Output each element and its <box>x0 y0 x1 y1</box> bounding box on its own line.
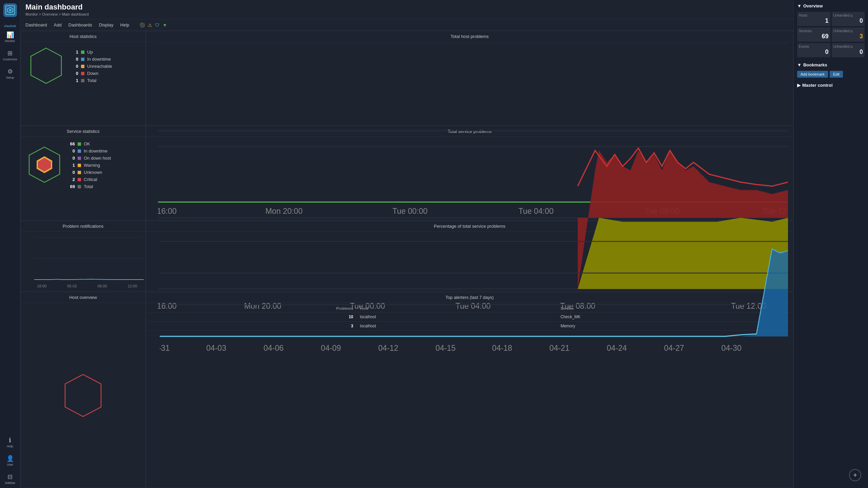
services-unhandled-value: 3 <box>833 33 863 40</box>
nav-icon-shield[interactable]: 🛡 <box>155 22 160 28</box>
host-stat-down[interactable]: 0 Down <box>72 70 112 77</box>
svg-text:04-30: 04-30 <box>722 343 742 352</box>
sidebar-item-monitor[interactable]: 📊 Monitor <box>0 28 20 46</box>
host-total-label: Total <box>87 78 96 83</box>
nav-icon-warning[interactable]: ⚠ <box>148 22 152 28</box>
svg-text:04-18: 04-18 <box>492 343 512 352</box>
bookmarks-collapse-icon: ▼ <box>797 62 802 67</box>
host-total-num: 1 <box>72 78 78 83</box>
nav-add[interactable]: Add <box>54 21 62 28</box>
nav-dashboard[interactable]: Dashboard <box>25 21 47 28</box>
breadcrumb-main-dashboard[interactable]: Main dashboard <box>62 12 89 16</box>
service-stat-ok[interactable]: 66 OK <box>68 140 111 147</box>
host-up-num: 1 <box>72 49 78 55</box>
svg-marker-61 <box>65 374 101 416</box>
topbar: Main dashboard Monitor > Overview > Main… <box>20 0 793 19</box>
service-statistics-content: 66 OK 0 In downtime 0 On down host <box>21 137 145 194</box>
main-content: Main dashboard Monitor > Overview > Main… <box>20 0 793 488</box>
service-statistics-panel: Service statistics 66 OK <box>20 126 146 221</box>
add-bookmark-button[interactable]: Add bookmark <box>797 71 828 78</box>
add-dashboard-button[interactable]: + <box>849 469 861 481</box>
host-up-label: Up <box>87 49 93 55</box>
service-unknown-label: Unknown <box>84 170 102 175</box>
breadcrumb: Monitor > Overview > Main dashboard <box>25 12 788 16</box>
svg-text:04-03: 04-03 <box>206 343 226 352</box>
sidebar-item-help-label: Help <box>7 445 13 448</box>
services-unhandled-stat-box: Unhandled p. 3 <box>832 27 865 42</box>
services-unhandled-label: Unhandled p. <box>833 29 863 33</box>
sidebar-item-customize-label: Customize <box>3 58 17 61</box>
service-warning-num: 1 <box>68 163 75 168</box>
hosts-unhandled-value: 0 <box>833 17 863 24</box>
service-unknown-dot <box>78 171 81 174</box>
app-logo[interactable] <box>3 3 17 17</box>
svg-text:05-02: 05-02 <box>67 284 77 288</box>
edit-bookmark-button[interactable]: Edit <box>830 71 843 78</box>
events-unhandled-stat-box: Unhandled p. 0 <box>832 43 865 57</box>
service-down-host-dot <box>78 157 81 160</box>
service-stat-downtime[interactable]: 0 In downtime <box>68 147 111 155</box>
sidebar-toggle-icon: ⊟ <box>7 473 13 481</box>
host-stat-up[interactable]: 1 Up <box>72 48 112 56</box>
service-stat-down-host[interactable]: 0 On down host <box>68 155 111 162</box>
host-stat-downtime[interactable]: 0 In downtime <box>72 56 112 63</box>
notifications-title: Problem notifications <box>21 221 145 232</box>
service-unknown-num: 0 <box>68 170 75 175</box>
host-stat-unreachable[interactable]: 0 Unreachable <box>72 63 112 70</box>
overview-collapse-icon: ▼ <box>797 3 802 8</box>
hosts-unhandled-label: Unhandled p. <box>833 14 863 17</box>
sidebar-item-user[interactable]: 👤 User <box>5 451 15 470</box>
bookmark-buttons: Add bookmark Edit <box>797 71 865 78</box>
events-unhandled-label: Unhandled p. <box>833 45 863 48</box>
events-value: 0 <box>799 48 829 56</box>
services-stat-box: Services 69 <box>797 27 830 42</box>
service-downtime-label: In downtime <box>84 148 107 154</box>
service-stat-unknown[interactable]: 0 Unknown <box>68 169 111 176</box>
nav-dashboards[interactable]: Dashboards <box>68 21 92 28</box>
breadcrumb-monitor[interactable]: Monitor <box>25 12 38 16</box>
svg-text:04-06: 04-06 <box>263 343 283 352</box>
page-title: Main dashboard <box>25 3 788 12</box>
host-up-dot <box>81 50 84 54</box>
notifications-panel: Problem notifications 0 0.50 1 18:00 05-… <box>20 221 146 292</box>
sidebar-item-setup[interactable]: ⚙ Setup <box>0 64 20 83</box>
host-statistics-title: Host statistics <box>21 31 145 42</box>
service-stat-warning[interactable]: 1 Warning <box>68 162 111 169</box>
nav-help[interactable]: Help <box>120 21 129 28</box>
sidebar-item-sidebar-label: Sidebar <box>5 481 15 485</box>
sidebar-item-sidebar[interactable]: ⊟ Sidebar <box>5 470 15 488</box>
services-value: 69 <box>799 33 829 40</box>
service-downtime-dot <box>78 149 81 153</box>
service-total-num: 69 <box>68 184 75 189</box>
service-stat-critical[interactable]: 2 Critical <box>68 176 111 183</box>
master-control-header[interactable]: ▶ Master control <box>797 83 865 88</box>
help-icon: ℹ <box>9 436 11 444</box>
svg-text:04-09: 04-09 <box>321 343 341 352</box>
events-label: Events <box>799 45 829 48</box>
host-downtime-label: In downtime <box>87 57 111 62</box>
nav-display[interactable]: Display <box>99 21 114 28</box>
overview-section-header[interactable]: ▼ Overview <box>797 3 865 8</box>
host-stats-list: 1 Up 0 In downtime 0 Unreachable <box>72 48 112 84</box>
svg-text:03-31: 03-31 <box>160 343 170 352</box>
host-down-num: 0 <box>72 71 78 76</box>
sidebar-item-help[interactable]: ℹ Help <box>5 433 15 451</box>
host-unreachable-num: 0 <box>72 64 78 69</box>
bookmarks-section-header[interactable]: ▼ Bookmarks <box>797 62 865 67</box>
hosts-stat-box: Hosts 1 <box>797 12 830 26</box>
events-unhandled-value: 0 <box>833 48 863 56</box>
svg-text:04-27: 04-27 <box>664 343 684 352</box>
service-critical-label: Critical <box>84 177 97 182</box>
service-warning-dot <box>78 164 81 167</box>
host-overview-panel: Host overview <box>20 292 146 488</box>
service-stats-list: 66 OK 0 In downtime 0 On down host <box>68 140 111 190</box>
host-stat-total: 1 Total <box>72 77 112 84</box>
breadcrumb-overview[interactable]: Overview <box>42 12 58 16</box>
nav-icon-filter[interactable]: ▼ <box>162 22 167 28</box>
svg-text:04-15: 04-15 <box>436 343 456 352</box>
master-control-section: ▶ Master control <box>797 83 865 88</box>
nav-icon-circle[interactable]: ⚫ <box>139 22 145 28</box>
dashboard: Host statistics 1 Up 0 I <box>20 31 793 488</box>
master-control-title: Master control <box>802 83 833 88</box>
sidebar-item-customize[interactable]: ⊞ Customize <box>0 46 20 64</box>
